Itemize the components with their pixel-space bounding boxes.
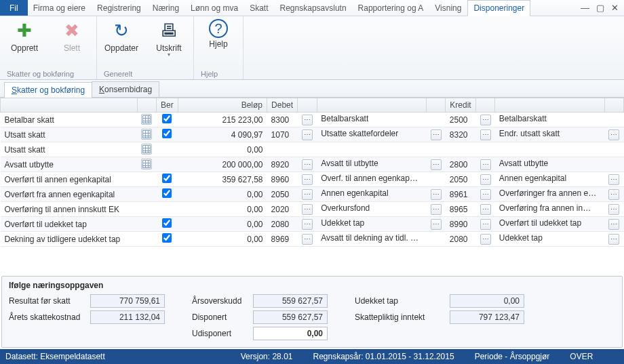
ber-checkbox[interactable] <box>162 174 172 183</box>
maximize-icon[interactable]: ▢ <box>596 3 604 13</box>
subtab-text: onsernbidrag <box>104 85 152 94</box>
more-icon[interactable]: ⋯ <box>608 129 619 140</box>
file-menu[interactable]: Fil <box>0 0 28 16</box>
ribbon-group: ✚Opprett✖SlettSkatter og bokføring <box>0 16 97 79</box>
table-row[interactable]: Overført fra annen egenkapital0,002050⋯A… <box>1 187 624 202</box>
kredit-acct[interactable]: 2080 <box>446 232 476 247</box>
debet-name: Avsatt til dekning av tidl. … <box>317 232 426 247</box>
table-row[interactable]: Utsatt skatt4 090,971070⋯Utsatte skattef… <box>1 127 624 142</box>
menutab-regnskapsavslutn[interactable]: Regnskapsavslutn <box>275 0 353 16</box>
lookup-icon[interactable]: ⋯ <box>480 174 491 185</box>
debet-acct[interactable] <box>267 142 298 157</box>
more-icon[interactable]: ⋯ <box>608 189 619 200</box>
menutab-firma-og-eiere[interactable]: Firma og eiere <box>28 0 92 16</box>
subtab-accel: K <box>99 85 104 94</box>
lookup-icon[interactable]: ⋯ <box>480 234 491 245</box>
debet-acct[interactable]: 1070 <box>267 127 298 142</box>
more-icon[interactable]: ⋯ <box>608 204 619 215</box>
table-row[interactable]: Betalbar skatt215 223,008300⋯Betalbarska… <box>1 113 624 127</box>
menutab-disponeringer[interactable]: Disponeringer <box>467 0 530 16</box>
grid-icon[interactable] <box>141 114 152 125</box>
ber-checkbox[interactable] <box>162 114 172 123</box>
menutab-visning[interactable]: Visning <box>429 0 467 16</box>
kredit-acct[interactable]: 2050 <box>446 172 476 187</box>
more-icon[interactable]: ⋯ <box>608 174 619 185</box>
kredit-name: Annen egenkapital <box>495 172 604 187</box>
menutab-næring[interactable]: Næring <box>147 0 185 16</box>
table-row[interactable]: Utsatt skatt0,00⋯⋯ <box>1 142 624 157</box>
lookup-icon[interactable]: ⋯ <box>480 159 491 170</box>
hjelp-button[interactable]: ?Hjelp <box>199 19 237 49</box>
debet-acct[interactable]: 8969 <box>267 232 298 247</box>
kredit-acct[interactable]: 8320 <box>446 127 476 142</box>
lookup-icon[interactable]: ⋯ <box>480 219 491 230</box>
kredit-acct[interactable]: 2500 <box>446 113 476 127</box>
debet-name: Overf. til annen egenkap… <box>317 172 426 187</box>
table-row[interactable]: Avsatt utbytte200 000,008920⋯Avsatt til … <box>1 157 624 172</box>
window-controls: — ▢ ✕ <box>575 0 624 16</box>
table-row[interactable]: Overført til annen egenkapital359 627,58… <box>1 172 624 187</box>
table-row[interactable]: Dekning av tidligere udekket tap0,008969… <box>1 232 624 247</box>
opprett-button[interactable]: ✚Opprett <box>5 19 43 53</box>
more-icon[interactable]: ⋯ <box>431 159 442 170</box>
debet-acct[interactable]: 2050 <box>267 187 298 202</box>
debet-acct[interactable]: 2020 <box>267 202 298 217</box>
col-ber[interactable]: Ber <box>156 98 178 113</box>
col-belop[interactable]: Beløp <box>178 98 267 113</box>
lookup-icon[interactable]: ⋯ <box>480 204 491 215</box>
kredit-acct[interactable] <box>446 142 476 157</box>
grid-icon[interactable] <box>141 144 152 155</box>
udisponert-label: Udisponert <box>192 329 253 338</box>
debet-acct[interactable]: 8920 <box>267 157 298 172</box>
grid-icon[interactable] <box>141 159 152 169</box>
kredit-acct[interactable]: 2800 <box>446 157 476 172</box>
lookup-icon[interactable]: ⋯ <box>302 204 313 215</box>
oppdater-button[interactable]: ↻Oppdater <box>102 19 140 53</box>
menutab-registrering[interactable]: Registrering <box>92 0 147 16</box>
kredit-acct[interactable]: 8965 <box>446 202 476 217</box>
more-icon[interactable]: ⋯ <box>431 189 442 200</box>
close-icon[interactable]: ✕ <box>611 3 619 13</box>
menutab-rapportering-og-a[interactable]: Rapportering og A <box>353 0 430 16</box>
menutab-lønn-og-mva[interactable]: Lønn og mva <box>185 0 244 16</box>
data-grid: Ber Beløp Debet Kredit Betalbar skatt215… <box>0 98 624 275</box>
minimize-icon[interactable]: — <box>581 3 589 13</box>
lookup-icon[interactable]: ⋯ <box>302 115 313 125</box>
more-icon[interactable]: ⋯ <box>431 219 442 230</box>
col-debet[interactable]: Debet <box>267 98 298 113</box>
more-icon[interactable]: ⋯ <box>608 234 619 245</box>
kredit-acct[interactable]: 8961 <box>446 187 476 202</box>
lookup-icon[interactable]: ⋯ <box>302 129 313 140</box>
ber-checkbox[interactable] <box>162 129 172 138</box>
utskrift-button[interactable]: 🖶Utskrift▾ <box>150 19 188 58</box>
lookup-icon[interactable]: ⋯ <box>480 115 491 125</box>
row-label: Avsatt utbytte <box>1 157 138 172</box>
debet-acct[interactable]: 8300 <box>267 113 298 127</box>
subtab-1[interactable]: Konsernbidrag <box>92 81 159 97</box>
lookup-icon[interactable]: ⋯ <box>302 159 313 170</box>
header-row: Ber Beløp Debet Kredit <box>1 98 624 113</box>
lookup-icon[interactable]: ⋯ <box>302 234 313 245</box>
col-kredit[interactable]: Kredit <box>446 98 476 113</box>
debet-acct[interactable]: 2080 <box>267 217 298 232</box>
lookup-icon[interactable]: ⋯ <box>480 189 491 200</box>
kredit-acct[interactable]: 8990 <box>446 217 476 232</box>
ber-checkbox[interactable] <box>162 233 172 243</box>
ber-checkbox[interactable] <box>162 188 172 198</box>
grid-icon[interactable] <box>141 129 152 140</box>
kredit-name: Avsatt utbytte <box>495 157 604 172</box>
table-row[interactable]: Overført til udekket tap0,002080⋯Udekket… <box>1 217 624 232</box>
lookup-icon[interactable]: ⋯ <box>480 129 491 140</box>
subtab-0[interactable]: Skatter og bokføring <box>4 82 92 98</box>
ribbon: ✚Opprett✖SlettSkatter og bokføring↻Oppda… <box>0 16 624 80</box>
debet-acct[interactable]: 8960 <box>267 172 298 187</box>
more-icon[interactable]: ⋯ <box>608 219 619 230</box>
more-icon[interactable]: ⋯ <box>431 204 442 215</box>
lookup-icon[interactable]: ⋯ <box>302 189 313 200</box>
lookup-icon[interactable]: ⋯ <box>302 174 313 185</box>
ber-checkbox[interactable] <box>162 218 172 228</box>
lookup-icon[interactable]: ⋯ <box>302 219 313 230</box>
table-row[interactable]: Overføring til annen innskutt EK0,002020… <box>1 202 624 217</box>
menutab-skatt[interactable]: Skatt <box>244 0 274 16</box>
more-icon[interactable]: ⋯ <box>431 129 442 140</box>
